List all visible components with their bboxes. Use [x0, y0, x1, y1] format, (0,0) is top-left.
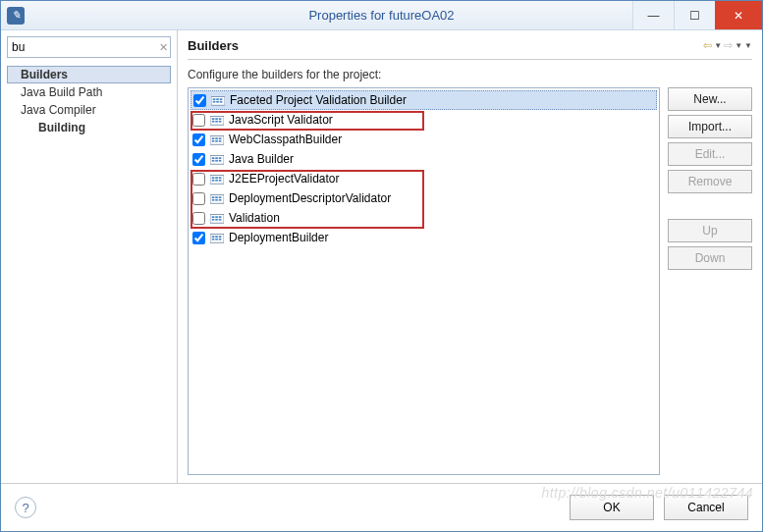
svg-rect-40: [215, 199, 218, 201]
builder-icon: [209, 211, 225, 225]
titlebar: ✎ Properties for futureOA02 — ☐ ✕: [1, 1, 762, 30]
cancel-button[interactable]: Cancel: [664, 495, 748, 520]
builder-row[interactable]: Validation: [191, 208, 657, 228]
svg-rect-26: [215, 160, 218, 162]
back-dropdown-icon[interactable]: ▼: [714, 41, 722, 50]
svg-rect-9: [215, 118, 218, 120]
svg-rect-30: [215, 177, 218, 179]
svg-rect-38: [219, 196, 222, 198]
svg-rect-19: [215, 140, 218, 142]
builder-label: J2EEProjectValidator: [229, 172, 340, 186]
builder-checkbox[interactable]: [192, 173, 205, 186]
svg-rect-18: [212, 140, 215, 142]
builder-label: DeploymentDescriptorValidator: [229, 191, 391, 205]
builder-icon: [209, 133, 225, 146]
builder-row[interactable]: WebClasspathBuilder: [191, 130, 657, 149]
help-icon[interactable]: ?: [15, 497, 36, 518]
svg-rect-48: [219, 219, 222, 221]
builder-row[interactable]: Faceted Project Validation Builder: [191, 90, 657, 110]
svg-rect-36: [212, 196, 215, 198]
new-button[interactable]: New...: [668, 87, 752, 111]
builder-label: Validation: [229, 211, 280, 225]
builder-icon: [209, 191, 225, 205]
builder-checkbox[interactable]: [193, 94, 206, 107]
svg-rect-46: [212, 219, 215, 221]
builder-checkbox[interactable]: [192, 133, 205, 146]
svg-rect-17: [219, 137, 222, 139]
svg-rect-52: [219, 236, 222, 238]
builder-label: Faceted Project Validation Builder: [230, 93, 407, 107]
tree-item-java-build-path[interactable]: Java Build Path: [7, 83, 171, 101]
builder-checkbox[interactable]: [192, 192, 205, 205]
svg-rect-10: [219, 118, 222, 120]
minimize-button[interactable]: —: [632, 1, 674, 29]
svg-rect-43: [212, 216, 215, 218]
history-nav: ⇦▼ ⇨▼ ▼: [703, 39, 752, 52]
builder-row[interactable]: J2EEProjectValidator: [191, 169, 657, 188]
window-controls: — ☐ ✕: [632, 1, 762, 29]
tree-item-java-compiler[interactable]: Java Compiler: [7, 101, 171, 119]
builder-row[interactable]: DeploymentBuilder: [191, 228, 657, 247]
svg-rect-2: [216, 98, 219, 100]
forward-dropdown-icon[interactable]: ▼: [735, 41, 742, 50]
dialog-window: ✎ Properties for futureOA02 — ☐ ✕ ✕ Buil…: [0, 0, 763, 532]
maximize-button[interactable]: ☐: [674, 1, 715, 29]
filter-input[interactable]: [12, 40, 159, 54]
svg-rect-47: [215, 219, 218, 221]
page-subtitle: Configure the builders for the project:: [188, 68, 752, 81]
menu-dropdown-icon[interactable]: ▼: [744, 41, 752, 50]
builder-icon: [209, 113, 225, 127]
svg-rect-45: [219, 216, 222, 218]
svg-rect-25: [212, 160, 215, 162]
svg-rect-16: [215, 137, 218, 139]
tree-item-builders[interactable]: Builders: [7, 66, 171, 83]
svg-rect-39: [212, 199, 215, 201]
builder-row[interactable]: DeploymentDescriptorValidator: [191, 188, 657, 208]
builders-list[interactable]: Faceted Project Validation BuilderJavaSc…: [188, 87, 660, 475]
svg-rect-24: [219, 157, 222, 159]
down-button[interactable]: Down: [668, 246, 752, 270]
svg-rect-41: [219, 199, 222, 201]
builder-checkbox[interactable]: [192, 212, 205, 225]
builder-checkbox[interactable]: [192, 153, 205, 166]
builder-icon: [209, 231, 225, 244]
svg-rect-12: [215, 121, 218, 123]
page-header: Builders ⇦▼ ⇨▼ ▼: [188, 38, 752, 60]
builder-label: JavaScript Validator: [229, 113, 333, 127]
remove-button[interactable]: Remove: [668, 170, 752, 193]
svg-rect-1: [213, 98, 216, 100]
properties-page: Builders ⇦▼ ⇨▼ ▼ Configure the builders …: [178, 30, 762, 483]
svg-rect-22: [212, 157, 215, 159]
builder-icon: [210, 93, 226, 107]
tree-item-building[interactable]: Building: [7, 119, 171, 136]
svg-rect-50: [212, 236, 215, 238]
svg-rect-31: [219, 177, 222, 179]
builder-icon: [209, 152, 225, 166]
svg-rect-54: [215, 239, 218, 240]
builder-checkbox[interactable]: [192, 114, 205, 127]
svg-rect-15: [212, 137, 215, 139]
edit-button[interactable]: Edit...: [668, 142, 752, 166]
svg-rect-27: [219, 160, 222, 162]
builder-icon: [209, 172, 225, 186]
back-icon[interactable]: ⇦: [703, 39, 712, 52]
property-tree: Builders Java Build Path Java Compiler B…: [7, 66, 171, 136]
builder-row[interactable]: JavaScript Validator: [191, 110, 657, 130]
svg-rect-29: [212, 177, 215, 179]
svg-rect-3: [220, 98, 223, 100]
svg-rect-53: [212, 239, 215, 240]
builder-row[interactable]: Java Builder: [191, 149, 657, 169]
svg-rect-4: [213, 101, 216, 103]
close-button[interactable]: ✕: [715, 1, 762, 29]
clear-filter-icon[interactable]: ✕: [159, 40, 168, 54]
forward-icon[interactable]: ⇨: [724, 39, 733, 52]
svg-rect-37: [215, 196, 218, 198]
ok-button[interactable]: OK: [570, 495, 654, 520]
page-title: Builders: [188, 38, 239, 53]
page-body: Faceted Project Validation BuilderJavaSc…: [188, 87, 752, 475]
svg-rect-32: [212, 180, 215, 182]
import-button[interactable]: Import...: [668, 115, 752, 138]
builder-label: Java Builder: [229, 152, 294, 166]
up-button[interactable]: Up: [668, 219, 752, 242]
builder-checkbox[interactable]: [192, 232, 205, 244]
